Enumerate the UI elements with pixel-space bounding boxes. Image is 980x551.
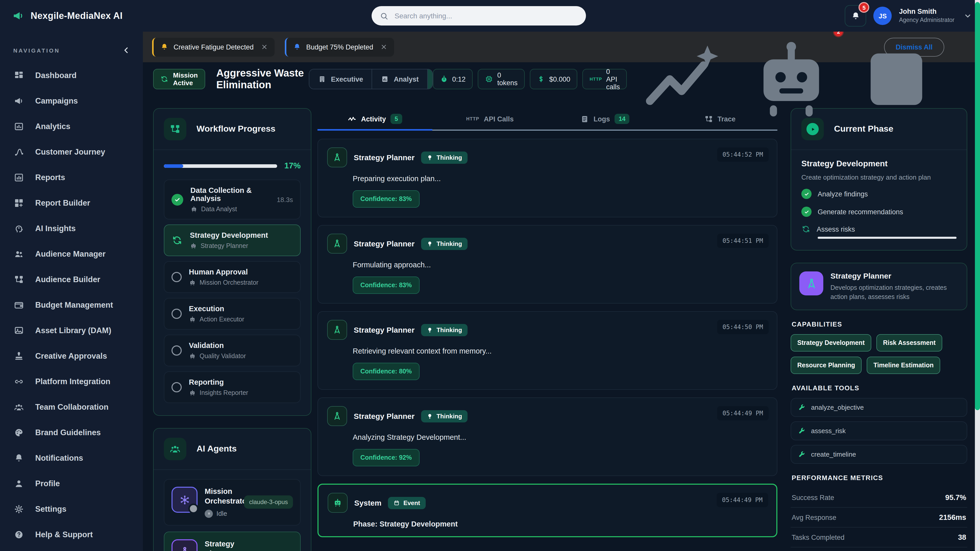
notifications-button[interactable]: 5 — [845, 5, 866, 27]
dollar-icon — [537, 75, 545, 83]
sidebar-item-audience-builder[interactable]: Audience Builder — [0, 267, 143, 292]
alert-chip-label: Creative Fatigue Detected — [173, 43, 254, 51]
agent-card[interactable]: Strategy PlannerAnalyzing:Strategy Devel… — [164, 531, 301, 551]
phase-task: Generate recommendations — [801, 206, 956, 217]
close-icon[interactable] — [380, 43, 387, 51]
tab-api-calls[interactable]: HTTPAPI Calls — [433, 108, 548, 130]
sidebar-item-audience-manager[interactable]: Audience Manager — [0, 241, 143, 267]
sidebar-item-team-collaboration[interactable]: Team Collaboration — [0, 394, 143, 420]
workflow-step[interactable]: ExecutionAction Executor — [164, 298, 301, 330]
chevron-down-icon[interactable] — [964, 12, 972, 20]
chart-sm-icon — [381, 75, 389, 83]
agents-panel: AI Agents Mission OrchestratorIdleclaude… — [153, 428, 311, 551]
sidebar-item-label: Team Collaboration — [35, 403, 108, 412]
sidebar-item-creative-approvals[interactable]: Creative Approvals — [0, 343, 143, 369]
robot-icon — [190, 242, 197, 249]
sidebar-item-settings[interactable]: Settings — [0, 496, 143, 522]
right-column: Current Phase Strategy Development Creat… — [791, 108, 967, 551]
workflow-step[interactable]: Human ApprovalMission Orchestrator — [164, 261, 301, 293]
stat-chip-label: $0.000 — [549, 75, 570, 83]
workflow-step[interactable]: Data Collection & AnalysisData Analyst18… — [164, 179, 301, 219]
sidebar-item-report-builder[interactable]: Report Builder — [0, 190, 143, 216]
sidebar-item-budget-management[interactable]: Budget Management — [0, 292, 143, 318]
activity-card: Strategy PlannerThinking05:44:52 PMPrepa… — [318, 139, 777, 218]
sidebar-item-campaigns[interactable]: Campaigns — [0, 88, 143, 114]
bell-icon — [160, 43, 169, 51]
step-main: Strategy DevelopmentStrategy Planner — [190, 231, 293, 249]
mission-stats: 0:120 tokens$0.000HTTP0 API calls — [433, 69, 627, 89]
metric-value: 95.7% — [945, 494, 966, 502]
activity-message: Formulating approach... — [353, 261, 768, 269]
global-search[interactable] — [372, 6, 586, 25]
search-input[interactable] — [393, 11, 578, 21]
sidebar-item-profile[interactable]: Profile — [0, 471, 143, 496]
agent-card[interactable]: Mission OrchestratorIdleclaude-3-opus — [164, 479, 301, 525]
tab-logs[interactable]: Logs14 — [547, 108, 662, 130]
activity-type-chip: Thinking — [421, 238, 468, 250]
sidebar-section-label: NAVIGATION — [13, 47, 60, 53]
confidence-badge: Confidence: 92% — [353, 449, 419, 466]
tab-activity[interactable]: Activity5 — [318, 108, 433, 130]
step-name: Data Collection & Analysis — [190, 186, 269, 203]
view-mode-tabs: ExecutiveAnalystTechnical — [309, 69, 433, 89]
activity-type-chip: Thinking — [421, 410, 468, 422]
progress-fill — [164, 164, 183, 168]
check-circle-icon — [801, 189, 811, 199]
workflow-step[interactable]: ValidationQuality Validator — [164, 335, 301, 366]
current-phase-panel: Current Phase Strategy Development Creat… — [791, 108, 967, 251]
activity-author: System — [354, 499, 382, 507]
ai-head-icon — [14, 224, 24, 233]
view-tab-analyst[interactable]: Analyst — [372, 69, 428, 89]
sidebar-item-notifications[interactable]: Notifications — [0, 445, 143, 471]
activity-avatar — [327, 406, 347, 426]
page-scrollbar-track[interactable] — [975, 0, 980, 551]
feed-tabs: Activity5HTTPAPI CallsLogs14Trace — [318, 108, 777, 130]
sidebar-item-dashboard[interactable]: Dashboard — [0, 63, 143, 88]
tab-trace[interactable]: Trace — [662, 108, 778, 130]
view-tab-technical[interactable]: Technical — [428, 69, 433, 89]
sidebar-item-label: Profile — [35, 479, 60, 488]
agent-name: Mission Orchestrator — [205, 487, 237, 506]
compass-icon — [332, 325, 342, 335]
sidebar-item-label: Report Builder — [35, 198, 90, 208]
activity-message: Analyzing Strategy Development... — [353, 433, 768, 441]
sidebar-item-ai-insights[interactable]: AI Insights — [0, 216, 143, 241]
sidebar-item-label: Campaigns — [35, 97, 78, 106]
wrench-icon — [798, 427, 805, 435]
notification-count-badge: 5 — [859, 2, 870, 13]
sidebar-item-brand-guidelines[interactable]: Brand Guidelines — [0, 420, 143, 445]
stop-square-button[interactable] — [849, 32, 944, 127]
report-builder-icon — [14, 198, 24, 208]
activity-avatar — [327, 148, 347, 167]
sidebar-item-asset-library-dam[interactable]: Asset Library (DAM) — [0, 318, 143, 343]
stat-chip-label: 0 API calls — [606, 68, 620, 91]
sidebar-item-analytics[interactable]: Analytics — [0, 114, 143, 139]
sidebar-item-help-support[interactable]: Help & Support — [0, 522, 143, 548]
wallet-icon — [14, 300, 24, 310]
activity-type-label: Thinking — [436, 240, 462, 247]
activity-type-label: Event — [404, 499, 420, 507]
hub-icon — [178, 494, 191, 506]
close-icon[interactable] — [261, 43, 268, 51]
sync-icon — [801, 224, 811, 233]
mission-status-label: Mission Active — [173, 71, 198, 87]
agent-cards: Mission OrchestratorIdleclaude-3-opusStr… — [154, 470, 311, 551]
user-role: Agency Administrator — [899, 17, 955, 24]
agents-icon-tile — [164, 438, 186, 460]
page-scrollbar-thumb[interactable] — [975, 2, 980, 410]
workflow-step[interactable]: ReportingInsights Reporter — [164, 372, 301, 403]
view-tab-executive[interactable]: Executive — [310, 69, 372, 89]
metric-row: Tasks Completed38 — [791, 528, 967, 548]
avatar[interactable]: JS — [873, 6, 892, 25]
pulse-icon — [348, 114, 356, 123]
sidebar-item-reports[interactable]: Reports — [0, 165, 143, 190]
activity-author: Strategy Planner — [354, 153, 414, 162]
sidebar-item-customer-journey[interactable]: Customer Journey — [0, 139, 143, 165]
pending-circle-icon — [172, 309, 182, 319]
workflow-step[interactable]: Strategy DevelopmentStrategy Planner — [164, 224, 301, 256]
metric-row: Tokens Used98,000 — [791, 548, 967, 551]
tool-name: assess_risk — [811, 427, 846, 435]
sidebar-item-platform-integration[interactable]: Platform Integration — [0, 369, 143, 394]
sidebar-collapse-icon[interactable] — [122, 46, 130, 55]
gear-icon — [14, 504, 24, 514]
